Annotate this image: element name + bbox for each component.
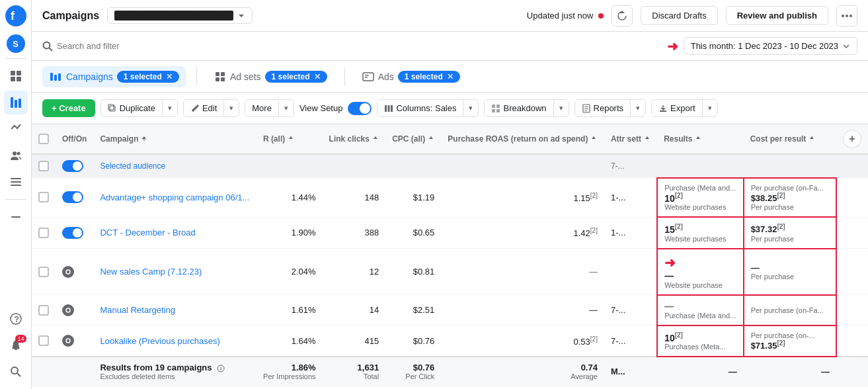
page-title: Campaigns (42, 10, 99, 22)
campaign-name-link[interactable]: DCT - December - Broad (100, 228, 195, 238)
svg-rect-31 (216, 77, 219, 81)
search-input[interactable] (57, 41, 662, 51)
row-checkbox[interactable] (38, 305, 49, 316)
ads-badge-close[interactable]: ✕ (447, 72, 454, 81)
view-setup-toggle[interactable] (348, 102, 372, 115)
col-r-all[interactable]: R (all) (256, 124, 323, 154)
campaign-toggle[interactable] (62, 335, 74, 347)
edit-main[interactable]: Edit (184, 100, 223, 116)
breakdown-arrow[interactable]: ▾ (553, 101, 569, 116)
campaign-toggle[interactable] (62, 304, 74, 316)
sidebar-item-help[interactable]: ? (4, 307, 28, 331)
adsets-badge-close[interactable]: ✕ (314, 72, 321, 81)
svg-point-50 (66, 270, 70, 274)
col-campaign[interactable]: Campaign (93, 124, 256, 154)
columns-arrow[interactable]: ▾ (463, 101, 478, 116)
campaign-name-link[interactable]: Selected audience (100, 161, 165, 171)
sidebar-item-search[interactable] (4, 360, 28, 384)
campaign-name-link[interactable]: Advantage+ shopping campaign 06/1... (100, 193, 249, 202)
campaign-toggle[interactable] (62, 227, 83, 239)
col-results[interactable]: Results (657, 124, 744, 154)
columns-main[interactable]: Columns: Sales (377, 100, 463, 116)
campaign-name-link[interactable]: Lookalike (Previous purchases) (100, 336, 219, 346)
refresh-button[interactable] (612, 5, 633, 26)
sidebar-item-layers[interactable] (4, 170, 28, 194)
tab-separator-1 (196, 67, 197, 86)
duplicate-label: Duplicate (120, 103, 155, 113)
review-publish-button[interactable]: Review and publish (726, 6, 828, 25)
more-split-button[interactable]: More ▾ (245, 99, 294, 117)
campaign-toggle[interactable] (62, 160, 83, 172)
svg-text:?: ? (14, 315, 19, 324)
col-link-clicks[interactable]: Link clicks (323, 124, 386, 154)
adsets-selected-badge[interactable]: 1 selected ✕ (265, 71, 327, 83)
edit-split-button[interactable]: Edit ▾ (183, 99, 239, 117)
svg-point-23 (849, 15, 852, 17)
ads-selected-count: 1 selected (405, 72, 443, 81)
create-button[interactable]: + Create (42, 99, 95, 117)
duplicate-arrow[interactable]: ▾ (162, 101, 177, 116)
breakdown-main[interactable]: Breakdown (485, 100, 553, 116)
sidebar-item-audiences[interactable] (4, 144, 28, 167)
row-checkbox[interactable] (38, 161, 49, 171)
sidebar-item-minus[interactable] (4, 205, 28, 229)
table-row: DCT - December - Broad 1.90% 388 $0.65 1… (32, 217, 868, 249)
breakdown-split-button[interactable]: Breakdown ▾ (484, 99, 569, 117)
edit-arrow[interactable]: ▾ (223, 101, 239, 116)
table-row: Manual Retargeting 1.61% 14 $2.51 — 7-..… (32, 295, 868, 325)
export-main[interactable]: Export (652, 100, 702, 116)
results-cell: Purchase (Meta and... 10[2] Website purc… (664, 184, 736, 212)
chevron-down-icon-date (842, 42, 850, 50)
date-range-selector[interactable]: This month: 1 Dec 2023 - 10 Dec 2023 (684, 37, 857, 55)
sidebar-item-campaigns[interactable] (4, 91, 28, 114)
more-main[interactable]: More (245, 100, 278, 116)
row-checkbox[interactable] (38, 228, 49, 238)
ads-selected-badge[interactable]: 1 selected ✕ (398, 71, 460, 83)
row-checkbox[interactable] (38, 335, 49, 346)
tab-ad-sets-label: Ad sets (230, 71, 261, 82)
reports-main[interactable]: Reports (575, 100, 631, 116)
user-avatar[interactable]: S (7, 34, 25, 53)
reports-arrow[interactable]: ▾ (630, 101, 645, 116)
col-attr-sett[interactable]: Attr sett (604, 124, 657, 154)
col-purchase-roas[interactable]: Purchase ROAS (return on ad spend) (441, 124, 604, 154)
svg-rect-32 (221, 77, 225, 81)
export-split-button[interactable]: Export ▾ (651, 99, 718, 117)
columns-split-button[interactable]: Columns: Sales ▾ (377, 99, 479, 117)
campaign-selector[interactable]: Ro██████████████████ (107, 7, 253, 24)
select-all-checkbox[interactable] (38, 134, 49, 144)
svg-rect-49 (660, 110, 666, 112)
col-cost-per-result[interactable]: Cost per result (744, 124, 836, 154)
tab-ads-label: Ads (378, 71, 394, 82)
more-options-button[interactable] (836, 5, 857, 26)
duplicate-main[interactable]: Duplicate (101, 100, 162, 116)
col-checkbox (32, 124, 56, 154)
campaigns-badge-close[interactable]: ✕ (166, 72, 173, 81)
export-arrow[interactable]: ▾ (702, 101, 717, 116)
campaign-name-link[interactable]: New sales Camp (7.12.23) (100, 267, 202, 277)
excludes-label: Excludes deleted items (100, 372, 249, 380)
discard-drafts-button[interactable]: Discard Drafts (641, 6, 717, 25)
row-checkbox[interactable] (38, 267, 49, 277)
row-checkbox[interactable] (38, 192, 49, 202)
sidebar-item-home[interactable] (4, 64, 28, 88)
add-column-button[interactable]: + (843, 130, 861, 148)
cost-cell: — Per purchase (751, 263, 829, 281)
tab-ad-sets[interactable]: Ad sets 1 selected ✕ (208, 67, 334, 87)
sidebar-item-analytics[interactable] (4, 117, 28, 141)
campaign-name-link[interactable]: Manual Retargeting (100, 305, 175, 315)
svg-rect-4 (11, 77, 15, 81)
tab-ads[interactable]: Ads 1 selected ✕ (356, 67, 467, 87)
campaigns-selected-badge[interactable]: 1 selected ✕ (117, 71, 179, 83)
svg-rect-17 (15, 349, 17, 350)
more-arrow[interactable]: ▾ (278, 101, 294, 116)
col-cpc[interactable]: CPC (all) (385, 124, 441, 154)
tab-campaigns[interactable]: Campaigns 1 selected ✕ (42, 66, 186, 87)
duplicate-split-button[interactable]: Duplicate ▾ (100, 99, 178, 117)
sidebar-item-notifications[interactable]: 14 (4, 333, 28, 357)
campaign-toggle[interactable] (62, 266, 74, 278)
reports-split-button[interactable]: Reports ▾ (574, 99, 647, 117)
meta-logo[interactable]: f (5, 5, 26, 26)
campaign-toggle[interactable] (62, 191, 83, 203)
adsets-selected-count: 1 selected (272, 72, 310, 81)
